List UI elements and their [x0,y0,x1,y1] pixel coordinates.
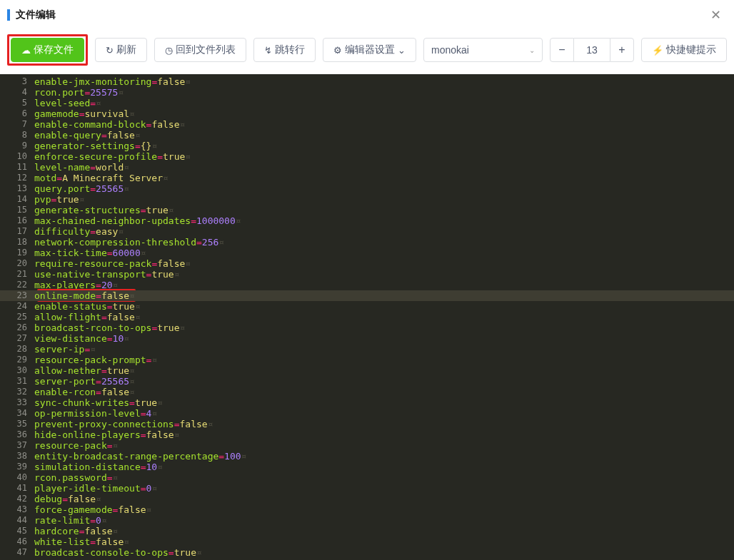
code-line[interactable]: 33sync-chunk-writes=true¤ [0,397,734,408]
code-line[interactable]: 22max-players=20¤ [0,280,734,290]
code-line[interactable]: 4rcon.port=25575¤ [0,87,734,98]
fontsize-value[interactable]: 13 [574,38,610,62]
code-content[interactable]: entity-broadcast-range-percentage=100¤ [34,451,734,462]
code-line[interactable]: 9generator-settings={}¤ [0,141,734,151]
code-line[interactable]: 39simulation-distance=10¤ [0,462,734,472]
code-content[interactable]: online-mode=false¤ [34,290,734,301]
code-content[interactable]: hide-online-players=false¤ [34,429,734,440]
code-content[interactable]: level-seed=¤ [34,98,734,108]
code-line[interactable]: 31server-port=25565¤ [0,376,734,387]
fontsize-decrease-button[interactable]: − [550,38,574,62]
fontsize-increase-button[interactable]: + [610,38,634,62]
code-line[interactable]: 36hide-online-players=false¤ [0,429,734,440]
code-content[interactable]: player-idle-timeout=0¤ [34,483,734,494]
code-line[interactable]: 37resource-pack=¤ [0,440,734,451]
code-line[interactable]: 3enable-jmx-monitoring=false¤ [0,76,734,87]
refresh-button[interactable]: ↻ 刷新 [95,38,147,62]
code-line[interactable]: 30allow-nether=true¤ [0,365,734,376]
code-content[interactable]: resource-pack-prompt=¤ [34,355,734,365]
code-content[interactable]: enable-jmx-monitoring=false¤ [34,76,734,87]
code-content[interactable]: pvp=true¤ [34,194,734,205]
code-content[interactable]: resource-pack=¤ [34,440,734,451]
code-line[interactable]: 25allow-flight=false¤ [0,312,734,322]
code-line[interactable]: 41player-idle-timeout=0¤ [0,483,734,494]
code-content[interactable]: debug=false¤ [34,494,734,504]
code-line[interactable]: 20require-resource-pack=false¤ [0,258,734,269]
code-content[interactable]: allow-nether=true¤ [34,365,734,376]
code-line[interactable]: 17difficulty=easy¤ [0,226,734,237]
code-line[interactable]: 46white-list=false¤ [0,536,734,547]
code-content[interactable]: rate-limit=0¤ [34,515,734,526]
code-content[interactable]: difficulty=easy¤ [34,226,734,237]
code-line[interactable]: 43force-gamemode=false¤ [0,504,734,515]
code-content[interactable]: network-compression-threshold=256¤ [34,237,734,248]
code-line[interactable]: 7enable-command-block=false¤ [0,119,734,130]
code-content[interactable]: gamemode=survival¤ [34,108,734,119]
goto-line-button[interactable]: ↯ 跳转行 [253,38,316,62]
code-line[interactable]: 8enable-query=false¤ [0,130,734,141]
code-content[interactable]: broadcast-console-to-ops=true¤ [34,547,734,558]
code-line[interactable]: 15generate-structures=true¤ [0,205,734,215]
code-content[interactable]: enable-command-block=false¤ [34,119,734,130]
code-line[interactable]: 13query.port=25565¤ [0,183,734,194]
code-line[interactable]: 28server-ip=¤ [0,344,734,355]
code-content[interactable]: sync-chunk-writes=true¤ [34,397,734,408]
code-line[interactable]: 45hardcore=false¤ [0,526,734,536]
code-line[interactable]: 5level-seed=¤ [0,98,734,108]
code-content[interactable]: enable-status=true¤ [34,301,734,312]
code-line[interactable]: 11level-name=world¤ [0,162,734,173]
code-line[interactable]: 34op-permission-level=4¤ [0,408,734,419]
code-line[interactable]: 47broadcast-console-to-ops=true¤ [0,547,734,558]
code-line[interactable]: 14pvp=true¤ [0,194,734,205]
code-content[interactable]: allow-flight=false¤ [34,312,734,322]
back-button[interactable]: ◷ 回到文件列表 [154,38,246,62]
code-line[interactable]: 23online-mode=false¤ [0,290,734,301]
code-content[interactable]: force-gamemode=false¤ [34,504,734,515]
save-button[interactable]: ☁ 保存文件 [11,38,84,62]
code-content[interactable]: max-players=20¤ [34,280,734,290]
code-line[interactable]: 12motd=A Minecraft Server¤ [0,173,734,183]
code-line[interactable]: 16max-chained-neighbor-updates=1000000¤ [0,215,734,226]
code-line[interactable]: 24enable-status=true¤ [0,301,734,312]
code-content[interactable]: enable-query=false¤ [34,130,734,141]
code-content[interactable]: hardcore=false¤ [34,526,734,536]
code-line[interactable]: 26broadcast-rcon-to-ops=true¤ [0,322,734,333]
code-line[interactable]: 42debug=false¤ [0,494,734,504]
code-content[interactable]: server-ip=¤ [34,344,734,355]
code-content[interactable]: generator-settings={}¤ [34,141,734,151]
code-line[interactable]: 40rcon.password=¤ [0,472,734,483]
shortcut-hint-button[interactable]: ⚡ 快捷键提示 [641,38,727,62]
code-line[interactable]: 38entity-broadcast-range-percentage=100¤ [0,451,734,462]
code-line[interactable]: 29resource-pack-prompt=¤ [0,355,734,365]
code-line[interactable]: 18network-compression-threshold=256¤ [0,237,734,248]
code-content[interactable]: white-list=false¤ [34,536,734,547]
code-content[interactable]: view-distance=10¤ [34,333,734,344]
code-content[interactable]: prevent-proxy-connections=false¤ [34,419,734,429]
code-line[interactable]: 10enforce-secure-profile=true¤ [0,151,734,162]
editor-settings-button[interactable]: ⚙ 编辑器设置 ⌄ [323,38,416,62]
code-content[interactable]: op-permission-level=4¤ [34,408,734,419]
code-line[interactable]: 21use-native-transport=true¤ [0,269,734,280]
code-content[interactable]: max-chained-neighbor-updates=1000000¤ [34,215,734,226]
code-content[interactable]: motd=A Minecraft Server¤ [34,173,734,183]
code-content[interactable]: query.port=25565¤ [34,183,734,194]
theme-select[interactable]: monokai ⌄ [423,38,543,62]
code-content[interactable]: broadcast-rcon-to-ops=true¤ [34,322,734,333]
code-content[interactable]: use-native-transport=true¤ [34,269,734,280]
code-line[interactable]: 6gamemode=survival¤ [0,108,734,119]
code-line[interactable]: 19max-tick-time=60000¤ [0,248,734,258]
code-content[interactable]: enforce-secure-profile=true¤ [34,151,734,162]
code-content[interactable]: rcon.port=25575¤ [34,87,734,98]
code-content[interactable]: require-resource-pack=false¤ [34,258,734,269]
code-content[interactable]: server-port=25565¤ [34,376,734,387]
code-line[interactable]: 44rate-limit=0¤ [0,515,734,526]
code-content[interactable]: level-name=world¤ [34,162,734,173]
code-line[interactable]: 35prevent-proxy-connections=false¤ [0,419,734,429]
code-line[interactable]: 32enable-rcon=false¤ [0,387,734,397]
code-line[interactable]: 27view-distance=10¤ [0,333,734,344]
code-editor[interactable]: 3enable-jmx-monitoring=false¤4rcon.port=… [0,74,734,560]
code-content[interactable]: generate-structures=true¤ [34,205,734,215]
code-content[interactable]: max-tick-time=60000¤ [34,248,734,258]
code-content[interactable]: simulation-distance=10¤ [34,462,734,472]
close-icon[interactable]: ✕ [708,7,724,23]
